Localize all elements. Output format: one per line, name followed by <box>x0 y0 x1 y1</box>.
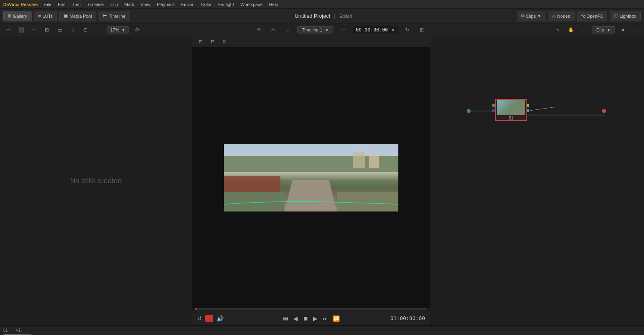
node-01[interactable]: 01 <box>495 99 527 121</box>
audio-toggle[interactable]: 🔊 <box>217 315 223 322</box>
gallery-button[interactable]: ⊞ Gallery <box>3 11 32 21</box>
svg-line-9 <box>527 107 556 111</box>
audio-icon[interactable]: ♪ <box>283 25 293 35</box>
openfx-icon: fx <box>581 14 585 19</box>
zoom-fit-icon[interactable]: ⊡ <box>81 25 90 35</box>
svg-rect-14 <box>492 109 495 112</box>
skip-end-btn[interactable]: ⏭ <box>322 315 328 322</box>
clips-button[interactable]: ⧉ Clips ▼ <box>517 11 545 21</box>
trim-icon[interactable]: ✂ <box>268 25 278 35</box>
preview-toolbar: ⊡ ⊟ ⧉ <box>192 36 430 48</box>
zoom-level[interactable]: 17% ▼ <box>107 26 129 34</box>
list-view-icon[interactable]: ☰ <box>55 25 65 35</box>
preview-area <box>192 48 430 308</box>
playback-controls: ↺ 🔊 ⏮ ◀ ⏹ ▶ ⏭ 🔁 01:00:00:00 <box>192 311 430 325</box>
undo-icon[interactable]: ↩ <box>3 25 13 35</box>
menu-trim[interactable]: Trim <box>72 2 81 7</box>
refresh-icon[interactable]: ↻ <box>402 25 412 35</box>
playback-timecode: 01:00:00:00 <box>390 315 425 321</box>
transform-icon[interactable]: ⧉ <box>220 37 229 47</box>
menu-help[interactable]: Help <box>269 2 278 7</box>
safe-area-icon[interactable]: ⊡ <box>196 37 205 47</box>
menu-fairlight[interactable]: Fairlight <box>218 2 234 7</box>
timeline-icon: ⊢ <box>103 13 107 19</box>
clip-label[interactable]: Clip ▼ <box>592 26 615 34</box>
lightbox-icon: ⊞ <box>614 13 618 19</box>
openfx-button[interactable]: fx OpenFX <box>577 11 608 21</box>
loop-btn[interactable]: ↺ <box>197 315 202 322</box>
video-content <box>224 144 398 211</box>
svg-marker-2 <box>284 180 337 211</box>
media-pool-button[interactable]: ▣ Media Pool <box>59 11 96 21</box>
clip-track-num: 01 <box>3 328 8 333</box>
luts-button[interactable]: ≡ LUTs <box>34 11 57 21</box>
extra-options[interactable]: ··· <box>631 25 641 35</box>
settings-icon[interactable]: ⚙ <box>132 25 142 35</box>
node-label: 01 <box>509 116 513 120</box>
more-options-icon[interactable]: ··· <box>94 25 103 35</box>
loop-icon[interactable]: ⟲ <box>254 25 263 35</box>
scrubber-handle[interactable] <box>196 308 196 310</box>
top-right-buttons: ⧉ Clips ▼ ◇ Nodes fx OpenFX ⊞ Lightbox <box>517 11 641 21</box>
menu-edit[interactable]: Edit <box>58 2 65 7</box>
svg-rect-5 <box>369 154 379 168</box>
play-btn[interactable]: ▶ <box>313 315 318 322</box>
search-icon[interactable]: ⌕ <box>68 25 78 35</box>
timeline-button[interactable]: ⊢ Timeline <box>99 11 130 21</box>
menu-workspace[interactable]: Workspace <box>240 2 263 7</box>
more-timeline-icon[interactable]: ⋯ <box>338 25 348 35</box>
redo-icon[interactable]: ⬛ <box>16 25 26 35</box>
video-frame <box>224 144 398 211</box>
left-playback-controls: ↺ 🔊 <box>197 315 223 322</box>
menu-mark[interactable]: Mark <box>124 2 134 7</box>
top-toolbar: ⊞ Gallery ≡ LUTs ▣ Media Pool ⊢ Timeline… <box>0 9 644 23</box>
grid-view-icon[interactable]: ⊞ <box>42 25 52 35</box>
guides-icon[interactable]: ⊟ <box>208 37 217 47</box>
prev-frame-btn[interactable]: ◀ <box>293 315 298 322</box>
nodes-button[interactable]: ◇ Nodes <box>548 11 575 21</box>
node-editor-panel: 01 <box>430 36 644 325</box>
more-btn[interactable]: ··· <box>431 25 441 35</box>
timecode-display: 00:00:00:00 ▼ <box>353 26 398 34</box>
gallery-icon: ⊞ <box>8 13 11 19</box>
timeline-name[interactable]: Timeline 1 ▼ <box>297 26 333 34</box>
menu-view[interactable]: View <box>141 2 150 7</box>
svg-rect-13 <box>492 104 495 107</box>
stop-btn[interactable]: ⏹ <box>303 315 308 322</box>
node-editor: 01 <box>430 36 644 325</box>
clip-track-type: V1 <box>16 328 21 333</box>
cursor-icon[interactable]: ↖ <box>553 25 563 35</box>
svg-point-11 <box>467 109 471 113</box>
menu-fusion[interactable]: Fusion <box>181 2 195 7</box>
menu-timeline[interactable]: Timeline <box>87 2 104 7</box>
nodes-icon: ◇ <box>552 13 556 19</box>
main-content: No stills created ⊡ ⊟ ⧉ <box>0 36 644 325</box>
node-thumbnail <box>497 100 525 115</box>
menu-clip[interactable]: Clip <box>110 2 118 7</box>
svg-rect-7 <box>337 192 398 211</box>
loop-play-btn[interactable]: 🔁 <box>333 315 340 322</box>
skip-start-btn[interactable]: ⏮ <box>283 315 288 322</box>
menu-color[interactable]: Color <box>201 2 212 7</box>
menu-playback[interactable]: Playback <box>157 2 175 7</box>
preview-panel: ⊡ ⊟ ⧉ <box>192 36 430 325</box>
menu-davinci[interactable]: DaVinci Resolve <box>3 2 38 7</box>
no-stills-message: No stills created <box>70 177 122 185</box>
pan-icon[interactable]: ✋ <box>566 25 576 35</box>
lightbox-button[interactable]: ⊞ Lightbox <box>610 11 641 21</box>
color-indicator <box>205 315 213 322</box>
flag-icon[interactable]: ⋯ <box>29 25 39 35</box>
menu-bar: DaVinci Resolve File Edit Trim Timeline … <box>0 0 644 9</box>
clip-labels: 01 V1 <box>3 328 32 333</box>
timeline-section: 01 V1 H.264 ⊙ ⊞ ◎ ◈ ⬡ ⊕ △ ▤ ⧈ 3D ◇ 📊 ℹ <box>0 325 644 335</box>
dot-indicator: ● <box>618 25 628 35</box>
fullscreen-icon[interactable]: ⊞ <box>417 25 427 35</box>
gallery-panel: No stills created <box>0 36 192 325</box>
menu-file[interactable]: File <box>44 2 51 7</box>
more-right-icon[interactable]: ··· <box>579 25 589 35</box>
project-title: Untitled Project | Edited <box>133 13 514 19</box>
svg-point-12 <box>602 109 606 113</box>
scrubber-bar[interactable] <box>196 308 427 310</box>
luts-icon: ≡ <box>38 14 41 19</box>
second-toolbar: ↩ ⬛ ⋯ ⊞ ☰ ⌕ ⊡ ··· 17% ▼ ⚙ ⟲ ✂ ♪ Timeline… <box>0 23 644 36</box>
